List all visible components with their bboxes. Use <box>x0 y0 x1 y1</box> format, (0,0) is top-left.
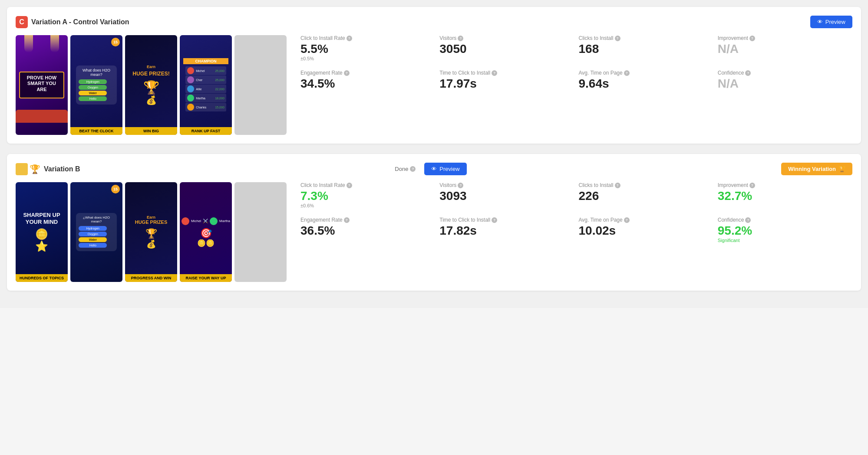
stat-b-time-click: Time to Click to Install ? 17.82s <box>439 217 574 243</box>
variation-b-square <box>16 163 28 175</box>
stat-b-avg-time: Avg. Time on Page ? 10.02s <box>579 217 713 243</box>
stat-b-confidence: Confidence ? 95.2% Significant <box>718 217 852 243</box>
variation-b-preview-button[interactable]: 👁 Preview <box>424 163 466 175</box>
stat-a-improvement: Improvement ? N/A <box>718 35 852 61</box>
variation-b-icons: 🏆 <box>16 163 40 175</box>
stat-b-clicks-install: Clicks to Install ? 226 <box>579 182 713 208</box>
variation-b-title: Variation B <box>44 165 80 173</box>
info-icon-a-engagement: ? <box>344 70 350 76</box>
winning-variation-badge: Winning Variation 🏆 <box>781 163 852 175</box>
science-badge-b2: 15 <box>111 185 120 193</box>
screenshot-b3: Earn HUGE PRIZES 🏆 💰 PROGRESS AND WIN <box>125 182 177 282</box>
done-badge: Done ? <box>395 166 416 172</box>
stat-b-visitors: Visitors ? 3093 <box>439 182 574 208</box>
sc-a1-text: PROVE HOW SMART YOU ARE <box>23 75 61 92</box>
stat-a-time-click: Time to Click to Install ? 17.97s <box>439 70 574 90</box>
eye-icon: 👁 <box>817 19 823 25</box>
variation-a-screenshots: PROVE HOW SMART YOU ARE 15 What does H2O… <box>16 35 287 135</box>
info-icon-b-time-click: ? <box>492 217 497 223</box>
sc-b4-label: RAISE YOUR WAY UP <box>180 274 232 282</box>
sc-b1-text: SHARPEN UP YOUR MIND <box>19 212 64 225</box>
screenshot-a3: Earn HUGE PRIZES! 🏆 💰 WIN BIG <box>125 35 177 135</box>
info-icon-a-clicks: ? <box>615 36 620 41</box>
done-info-icon: ? <box>410 166 416 172</box>
stat-a-confidence: Confidence ? N/A <box>718 70 852 90</box>
info-icon-b-visitors: ? <box>458 183 463 188</box>
sc-b1-label: HUNDREDS OF TOPICS <box>16 274 68 282</box>
variation-b-screenshots: SHARPEN UP YOUR MIND 🪙 ⭐ HUNDREDS OF TOP… <box>16 182 287 282</box>
info-icon-b-engagement: ? <box>344 217 350 223</box>
variation-a-title: Variation A - Control Variation <box>31 18 129 26</box>
info-icon-a-improvement: ? <box>749 36 755 41</box>
stat-b-cti-rate: Click to Install Rate ? 7.3% ±0.6% <box>300 182 435 208</box>
screenshot-b1: SHARPEN UP YOUR MIND 🪙 ⭐ HUNDREDS OF TOP… <box>16 182 68 282</box>
screenshot-b4: Michel ⚔️ Martha 🎯 🪙🪙 RAISE YOUR WAY UP <box>180 182 232 282</box>
stat-a-engagement: Engagement Rate ? 34.5% <box>300 70 435 90</box>
science-badge-a2: 15 <box>111 38 120 46</box>
sc-a3-label: WIN BIG <box>125 127 177 135</box>
screenshot-a2: 15 What does H2O mean? Hydrogen Oxygen W… <box>70 35 122 135</box>
variation-a-preview-button[interactable]: 👁 Preview <box>810 16 852 28</box>
info-icon-a-time-click: ? <box>492 70 497 76</box>
variation-b-stats: Click to Install Rate ? 7.3% ±0.6% Visit… <box>292 182 852 243</box>
variation-a-stats: Click to Install Rate ? 5.5% ±0.5% Visit… <box>292 35 852 90</box>
info-icon-b-cti: ? <box>347 183 352 188</box>
stat-a-cti-rate: Click to Install Rate ? 5.5% ±0.5% <box>300 35 435 61</box>
eye-icon-b: 👁 <box>431 166 437 172</box>
sc-a2-label: BEAT THE CLOCK <box>70 127 122 135</box>
info-icon-a-confidence: ? <box>745 70 751 76</box>
screenshot-a1: PROVE HOW SMART YOU ARE <box>16 35 68 135</box>
trophy-icon: 🏆 <box>30 164 40 174</box>
variation-a-card: C Variation A - Control Variation 👁 Prev… <box>7 7 861 144</box>
screenshot-b2: 15 ¿What does H2O mean? Hydrogen Oxygen … <box>70 182 122 282</box>
info-icon-a-avg-time: ? <box>624 70 630 76</box>
stat-a-visitors: Visitors ? 3050 <box>439 35 574 61</box>
screenshot-a4: CHAMPION Michel25,000 Cher25,000 Allie22… <box>180 35 232 135</box>
variation-b-card: 🏆 Variation B Done ? 👁 Preview Winning V… <box>7 154 861 291</box>
info-icon-b-confidence: ? <box>745 217 751 223</box>
trophy-winning-icon: 🏆 <box>838 166 845 172</box>
info-icon-a-cti: ? <box>347 36 352 41</box>
info-icon-b-avg-time: ? <box>624 217 630 223</box>
stat-b-engagement: Engagement Rate ? 36.5% <box>300 217 435 243</box>
sc-a4-label: RANK UP FAST <box>180 127 232 135</box>
stat-b-improvement: Improvement ? 32.7% <box>718 182 852 208</box>
sc-b3-label: PROGRESS AND WIN <box>125 274 177 282</box>
info-icon-b-improvement: ? <box>749 183 755 188</box>
screenshot-b5 <box>234 182 287 282</box>
info-icon-b-clicks: ? <box>615 183 620 188</box>
info-icon-a-visitors: ? <box>458 36 463 41</box>
stat-a-avg-time: Avg. Time on Page ? 9.64s <box>579 70 713 90</box>
screenshot-a5 <box>234 35 287 135</box>
stat-a-clicks-install: Clicks to Install ? 168 <box>579 35 713 61</box>
variation-a-icon: C <box>16 16 28 28</box>
